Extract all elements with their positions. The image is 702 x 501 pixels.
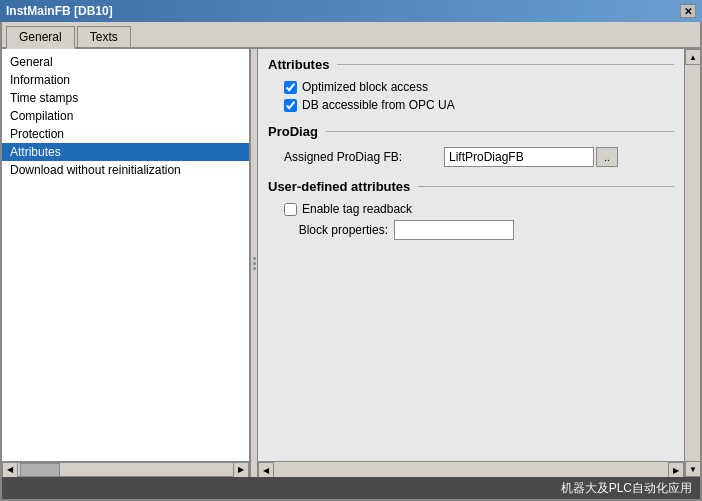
- tab-texts[interactable]: Texts: [77, 26, 131, 47]
- browse-button[interactable]: ..: [596, 147, 618, 167]
- db-accessible-opc-label: DB accessible from OPC UA: [302, 98, 455, 112]
- optimized-block-access-row: Optimized block access: [284, 80, 658, 94]
- assigned-prodiag-input[interactable]: [444, 147, 594, 167]
- user-defined-section: User-defined attributes Enable tag readb…: [268, 179, 674, 240]
- sidebar-item-download[interactable]: Download without reinitialization: [2, 161, 249, 179]
- prodiag-divider-line: [326, 131, 674, 132]
- scroll-down-arrow[interactable]: ▼: [685, 461, 700, 477]
- scroll-right-arrow[interactable]: ▶: [233, 462, 249, 478]
- attributes-section-header: Attributes: [268, 57, 674, 72]
- scroll-left-arrow-right[interactable]: ◀: [258, 462, 274, 477]
- attributes-title: Attributes: [268, 57, 329, 72]
- sidebar-item-protection[interactable]: Protection: [2, 125, 249, 143]
- scroll-up-arrow[interactable]: ▲: [685, 49, 700, 65]
- divider-dot: [253, 262, 256, 265]
- scroll-thumb-h[interactable]: [20, 463, 60, 477]
- prodiag-section-header: ProDiag: [268, 124, 674, 139]
- window-title: InstMainFB [DB10]: [6, 4, 113, 18]
- tab-general[interactable]: General: [6, 26, 75, 49]
- main-window: General Texts General Information Time s…: [0, 22, 702, 501]
- optimized-block-access-checkbox[interactable]: [284, 81, 297, 94]
- user-defined-section-header: User-defined attributes: [268, 179, 674, 194]
- sidebar-item-compilation[interactable]: Compilation: [2, 107, 249, 125]
- sidebar-item-time-stamps[interactable]: Time stamps: [2, 89, 249, 107]
- sidebar-item-attributes[interactable]: Attributes: [2, 143, 249, 161]
- left-panel-hscrollbar: ◀ ▶: [2, 461, 249, 477]
- title-bar: InstMainFB [DB10] ✕: [0, 0, 702, 22]
- enable-tag-row: Enable tag readback: [284, 202, 658, 216]
- right-panel-hscrollbar: ◀ ▶: [258, 461, 684, 477]
- scroll-track-h: [18, 462, 233, 477]
- scroll-left-arrow[interactable]: ◀: [2, 462, 18, 478]
- right-panel-content: Attributes Optimized block access DB acc…: [258, 49, 684, 461]
- user-defined-divider-line: [418, 186, 674, 187]
- divider-dot: [253, 267, 256, 270]
- optimized-block-access-label: Optimized block access: [302, 80, 428, 94]
- watermark-text: 机器大及PLC自动化应用: [561, 480, 692, 497]
- block-properties-row: Block properties:: [284, 220, 658, 240]
- nav-list: General Information Time stamps Compilat…: [2, 49, 249, 461]
- panel-divider[interactable]: [250, 49, 258, 477]
- scroll-track-v: [685, 65, 700, 461]
- prodiag-title: ProDiag: [268, 124, 318, 139]
- scroll-track-right-h: [274, 462, 668, 477]
- close-button[interactable]: ✕: [680, 4, 696, 18]
- attributes-divider-line: [337, 64, 674, 65]
- watermark-bar: 机器大及PLC自动化应用: [2, 477, 700, 499]
- scroll-right-arrow-right[interactable]: ▶: [668, 462, 684, 477]
- right-panel: Attributes Optimized block access DB acc…: [258, 49, 684, 477]
- db-accessible-opc-checkbox[interactable]: [284, 99, 297, 112]
- db-accessible-row: DB accessible from OPC UA: [284, 98, 658, 112]
- prodiag-section: ProDiag Assigned ProDiag FB: ..: [268, 124, 674, 167]
- right-panel-vscrollbar: ▲ ▼: [684, 49, 700, 477]
- block-props-label: Block properties:: [284, 223, 394, 237]
- assigned-prodiag-label: Assigned ProDiag FB:: [284, 150, 444, 164]
- left-panel: General Information Time stamps Compilat…: [2, 49, 250, 477]
- block-props-input[interactable]: [394, 220, 514, 240]
- enable-tag-checkbox[interactable]: [284, 203, 297, 216]
- right-panel-wrapper: Attributes Optimized block access DB acc…: [258, 49, 700, 477]
- tab-bar: General Texts: [2, 22, 700, 49]
- sidebar-item-information[interactable]: Information: [2, 71, 249, 89]
- divider-dot: [253, 257, 256, 260]
- user-defined-title: User-defined attributes: [268, 179, 410, 194]
- assigned-prodiag-row: Assigned ProDiag FB: ..: [284, 147, 658, 167]
- content-area: General Information Time stamps Compilat…: [2, 49, 700, 477]
- enable-tag-label: Enable tag readback: [302, 202, 412, 216]
- sidebar-item-general[interactable]: General: [2, 53, 249, 71]
